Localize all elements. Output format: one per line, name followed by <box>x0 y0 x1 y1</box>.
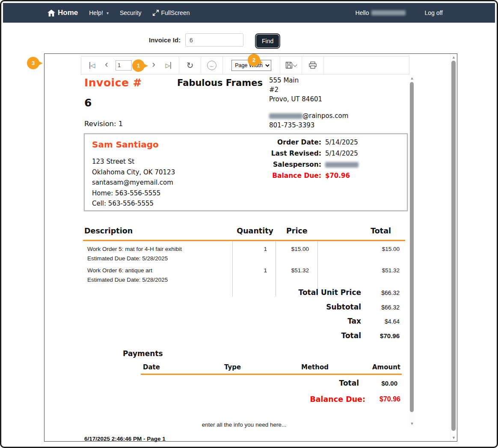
payments-title: Payments <box>123 349 163 358</box>
callout-badge-2-number: 2 <box>252 57 255 63</box>
customer-address: 123 Street St <box>92 156 175 167</box>
home-icon <box>47 9 55 17</box>
print-button[interactable] <box>307 59 318 72</box>
invoice-id-input[interactable] <box>185 33 243 47</box>
next-page-icon: › <box>152 60 155 71</box>
company-citystate: Provo, UT 84601 <box>269 94 322 104</box>
previous-page-icon: ‹ <box>105 60 108 71</box>
balance-due-row: Balance Due: $70.96 <box>213 172 401 181</box>
print-group <box>302 56 324 74</box>
refresh-group: ↻ <box>179 56 201 74</box>
report-toolbar: ◁ ‹ of 1 › ▷ ↻ <box>81 56 409 74</box>
invoice-note: enter all the info you need here... <box>83 421 405 428</box>
scroll-down-icon[interactable]: ▼ <box>409 421 415 426</box>
save-icon <box>285 62 293 69</box>
salesperson-value <box>325 161 359 168</box>
item-total: $15.00 <box>357 245 400 254</box>
customer-email: santasam@myemail.com <box>92 177 175 188</box>
item-quantity: 1 <box>224 266 267 275</box>
back-icon: ← <box>207 61 216 70</box>
next-page-button[interactable]: › <box>148 59 159 72</box>
nav-fullscreen[interactable]: FullScreen <box>153 9 190 16</box>
refresh-button[interactable]: ↻ <box>184 59 196 72</box>
company-email-domain: @rainpos.com <box>302 112 348 120</box>
payments-col-type: Type <box>224 363 241 371</box>
save-export-button[interactable] <box>285 59 296 72</box>
page-footer: 6/17/2025 2:46:46 PM - Page 1 <box>84 436 166 442</box>
last-revised-row: Last Revised: 5/14/2025 <box>213 150 401 159</box>
report-scrollbar-thumb[interactable] <box>410 82 414 412</box>
item-description: Work Order 5: mat for 4-H fair exhibit <box>87 245 182 254</box>
invoice-id-label: Invoice Id: <box>149 36 181 44</box>
callout-badge-3-number: 3 <box>32 60 35 66</box>
company-address: 555 Main #2 Provo, UT 84601 <box>269 76 322 104</box>
pagination-group: ◁ ‹ of 1 › ▷ <box>81 56 179 74</box>
save-dropdown-icon <box>293 62 297 67</box>
nav-logoff[interactable]: Log off <box>424 9 443 16</box>
invoice-number: 6 <box>84 97 92 109</box>
balance-due-value: $70.96 <box>325 172 350 180</box>
item-price: $15.00 <box>279 245 309 254</box>
greeting: Hello <box>356 9 406 16</box>
total-unit-price-value: $66.32 <box>357 289 400 296</box>
chevron-down-icon: ▾ <box>107 11 109 15</box>
panel-scrollbar-thumb[interactable] <box>451 61 456 431</box>
company-address-line1: 555 Main <box>269 76 322 85</box>
top-navbar: Home Help! ▾ Security FullScreen Hello L… <box>3 3 495 23</box>
tax-label: Tax <box>233 317 361 325</box>
items-header-rule <box>83 240 405 241</box>
company-phone: 801-735-3393 <box>269 121 314 129</box>
nav-home-label: Home <box>58 9 78 17</box>
last-revised-value: 5/14/2025 <box>325 150 358 157</box>
payments-col-amount: Amount <box>357 363 400 371</box>
customer-box: Sam Santiago 123 Street St Oklahoma City… <box>84 133 408 211</box>
callout-badge-3: 3 <box>27 57 39 69</box>
invoice-report-page: Invoice # Fabulous Frames 555 Main #2 Pr… <box>44 74 409 442</box>
nav-home[interactable]: Home <box>47 9 78 17</box>
refresh-icon: ↻ <box>187 60 194 71</box>
nav-help[interactable]: Help! ▾ <box>89 9 109 16</box>
invoice-title: Invoice # <box>84 77 142 89</box>
salesperson-row: Salesperson: <box>213 161 401 170</box>
scroll-down-icon[interactable]: ▼ <box>451 436 457 440</box>
callout-badge-1-number: 1 <box>137 62 140 69</box>
back-button[interactable]: ← <box>206 59 217 72</box>
tax-value: $4.64 <box>357 318 400 325</box>
customer-cell-phone: Cell: 563-556-5555 <box>92 198 175 209</box>
first-page-button[interactable]: ◁ <box>86 59 98 72</box>
callout-badge-1: 1 <box>132 59 145 72</box>
fullscreen-icon <box>153 10 159 16</box>
customer-details: 123 Street St Oklahoma City, OK 70123 sa… <box>92 156 175 209</box>
redacted-username <box>371 10 406 15</box>
nav-security[interactable]: Security <box>120 9 142 16</box>
invoice-revision: Revision: 1 <box>84 120 123 128</box>
payments-col-date: Date <box>143 363 160 371</box>
item-total: $51.32 <box>357 266 400 275</box>
screenshot-frame: Home Help! ▾ Security FullScreen Hello L… <box>0 0 498 448</box>
subtotal-label: Subtotal <box>233 303 361 311</box>
payments-total-value: $0.00 <box>355 380 397 387</box>
grand-total-value: $70.96 <box>357 332 400 339</box>
panel-scrollbar[interactable]: ▲ ▼ <box>450 54 457 441</box>
toolbar-spacer <box>324 56 409 74</box>
nav-security-label: Security <box>120 9 142 16</box>
payments-balance-label: Balance Due: <box>237 395 365 404</box>
page-number-input[interactable] <box>116 60 132 71</box>
grand-total-label: Total <box>233 331 361 340</box>
previous-page-button[interactable]: ‹ <box>101 59 112 72</box>
col-header-quantity: Quantity <box>188 227 273 235</box>
scroll-up-icon[interactable]: ▲ <box>451 55 457 59</box>
total-unit-price-label: Total Unit Price <box>233 288 361 297</box>
report-scrollbar[interactable]: ▲ ▼ <box>409 75 415 427</box>
subtotal-value: $66.32 <box>357 304 400 311</box>
salesperson-label: Salesperson: <box>273 161 321 168</box>
find-button[interactable]: Find <box>256 35 279 47</box>
greeting-label: Hello <box>356 9 369 16</box>
col-header-price: Price <box>286 227 308 235</box>
scroll-up-icon[interactable]: ▲ <box>409 76 415 80</box>
customer-home-phone: Home: 563-556-5555 <box>92 188 175 199</box>
report-viewer-panel: ◁ ‹ of 1 › ▷ ↻ <box>44 53 457 442</box>
balance-due-label: Balance Due: <box>272 172 321 180</box>
company-address-line2: #2 <box>269 85 322 94</box>
last-page-button[interactable]: ▷ <box>163 59 174 72</box>
